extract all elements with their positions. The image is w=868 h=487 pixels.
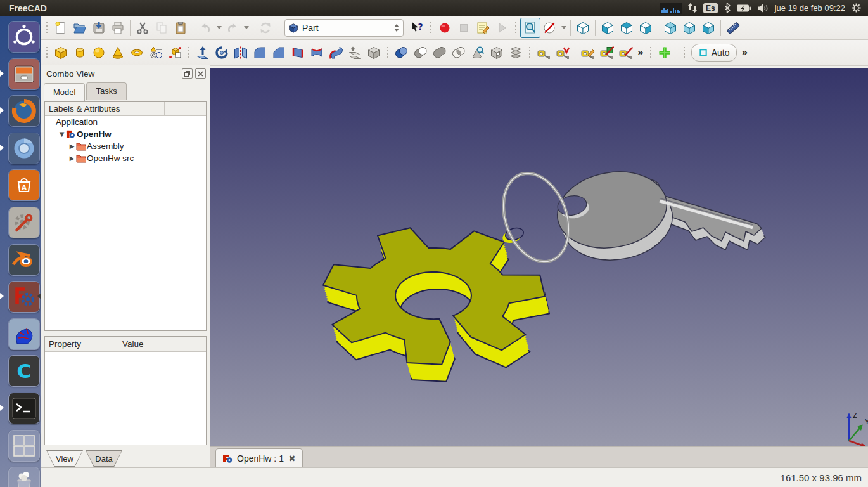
add-plus-button[interactable]	[655, 43, 674, 62]
close-panel-button[interactable]	[195, 68, 206, 79]
network-arrows-icon[interactable]	[687, 3, 698, 13]
paste-button[interactable]	[171, 18, 190, 37]
tree-item-openhw[interactable]: ▼OpenHw	[45, 128, 206, 140]
toolbar-overflow-icon[interactable]: »	[739, 47, 751, 58]
launcher-system-settings[interactable]	[8, 207, 40, 238]
launcher-dash[interactable]	[8, 21, 40, 53]
tab-model[interactable]: Model	[44, 83, 85, 101]
toolbar-handle[interactable]	[527, 46, 532, 60]
sweep-button[interactable]	[326, 43, 345, 62]
auto-refresh-button[interactable]: Auto	[691, 44, 737, 62]
view-left-button[interactable]	[699, 18, 718, 37]
macro-stop-button[interactable]	[454, 18, 473, 37]
macro-play-button[interactable]	[492, 18, 511, 37]
view-right-button[interactable]	[636, 18, 655, 37]
measure-angular-button[interactable]	[553, 43, 572, 62]
launcher-workspace-switcher[interactable]	[8, 430, 40, 462]
view-bottom-button[interactable]	[680, 18, 699, 37]
shape-builder-button[interactable]	[165, 43, 184, 62]
thickness-button[interactable]	[364, 43, 383, 62]
view-rear-button[interactable]	[661, 18, 680, 37]
measure-toggle-3d-button[interactable]	[616, 43, 635, 62]
view-axonometric-button[interactable]	[573, 18, 592, 37]
create-primitives-button[interactable]	[146, 43, 165, 62]
spinner-arrows-icon[interactable]	[394, 22, 400, 34]
measure-linear-button[interactable]	[534, 43, 553, 62]
launcher-chromium[interactable]	[8, 133, 40, 164]
launcher-openscad[interactable]: C	[8, 355, 40, 387]
cut-button[interactable]	[133, 18, 152, 37]
toolbar-overflow-icon[interactable]: »	[635, 47, 646, 58]
launcher-meshlab[interactable]	[8, 318, 40, 350]
document-tab[interactable]: OpenHw : 1 ✖	[215, 448, 303, 468]
close-document-icon[interactable]: ✖	[288, 453, 296, 464]
convert-to-solid-button[interactable]	[487, 43, 506, 62]
tab-view[interactable]: View	[46, 450, 83, 467]
macro-edit-button[interactable]	[473, 18, 492, 37]
copy-button[interactable]	[152, 18, 171, 37]
draw-style-button[interactable]	[540, 18, 559, 37]
expander-icon[interactable]: ▶	[68, 155, 76, 162]
boolean-cut-button[interactable]	[411, 43, 430, 62]
boolean-common-button[interactable]	[449, 43, 468, 62]
whats-this-button[interactable]: ?	[407, 18, 426, 37]
dropdown-arrow-icon[interactable]	[242, 18, 250, 37]
session-gear-icon[interactable]	[851, 3, 862, 13]
tab-tasks[interactable]: Tasks	[86, 82, 126, 100]
measure-clear-all-button[interactable]	[597, 43, 616, 62]
workbench-selector[interactable]: Part	[284, 19, 404, 37]
revolve-button[interactable]	[212, 43, 231, 62]
measure-distance-button[interactable]	[724, 18, 743, 37]
bluetooth-icon[interactable]	[724, 3, 731, 13]
keyboard-layout-indicator[interactable]: Es	[703, 3, 718, 13]
redo-button[interactable]	[223, 18, 242, 37]
tab-data[interactable]: Data	[86, 450, 122, 467]
tree-item-openhw-src[interactable]: ▶OpenHw src	[45, 152, 206, 164]
tree-item-application[interactable]: Application	[45, 116, 206, 128]
expander-icon[interactable]: ▶	[68, 143, 76, 150]
clock[interactable]: jue 19 de feb 09:22	[775, 3, 845, 13]
view-front-button[interactable]	[598, 18, 617, 37]
toolbar-handle[interactable]	[428, 21, 433, 35]
offset-button[interactable]	[345, 43, 364, 62]
launcher-trash[interactable]	[8, 467, 40, 487]
float-panel-button[interactable]	[182, 68, 193, 79]
launcher-blender[interactable]	[8, 244, 40, 276]
primitive-box-button[interactable]	[51, 43, 70, 62]
measure-toggle-all-button[interactable]	[578, 43, 597, 62]
extrude-button[interactable]	[193, 43, 212, 62]
ruled-surface-button[interactable]	[288, 43, 307, 62]
expander-icon[interactable]: ▼	[58, 131, 66, 138]
toolbar-handle[interactable]	[44, 46, 49, 60]
new-document-button[interactable]	[51, 18, 70, 37]
tree-item-assembly[interactable]: ▶Assembly	[45, 140, 206, 152]
check-geometry-button[interactable]	[468, 43, 487, 62]
launcher-freecad[interactable]	[8, 281, 40, 313]
open-document-button[interactable]	[70, 18, 89, 37]
mirror-button[interactable]	[231, 43, 250, 62]
cross-sections-button[interactable]	[506, 43, 525, 62]
toolbar-handle[interactable]	[186, 46, 191, 60]
system-monitor-icon[interactable]	[660, 3, 682, 14]
battery-icon[interactable]	[736, 4, 751, 13]
3d-viewport[interactable]: Z Y X	[210, 68, 868, 448]
primitive-cylinder-button[interactable]	[70, 43, 89, 62]
toolbar-handle[interactable]	[385, 46, 390, 60]
launcher-firefox[interactable]	[8, 95, 40, 127]
volume-icon[interactable]	[757, 3, 769, 13]
view-top-button[interactable]	[617, 18, 636, 37]
zoom-fit-button[interactable]	[520, 18, 540, 38]
primitive-cone-button[interactable]	[108, 43, 127, 62]
dropdown-arrow-icon[interactable]	[215, 18, 223, 37]
launcher-software-center[interactable]: A	[8, 169, 40, 201]
undo-button[interactable]	[196, 18, 215, 37]
primitive-torus-button[interactable]	[127, 43, 146, 62]
launcher-terminal[interactable]	[8, 393, 40, 424]
loft-button[interactable]	[307, 43, 326, 62]
save-document-button[interactable]	[89, 18, 108, 37]
dropdown-arrow-icon[interactable]	[559, 18, 568, 37]
fillet-button[interactable]	[250, 43, 269, 62]
primitive-sphere-button[interactable]	[89, 43, 108, 62]
toolbar-handle[interactable]	[44, 21, 49, 35]
macro-record-button[interactable]	[435, 18, 454, 37]
